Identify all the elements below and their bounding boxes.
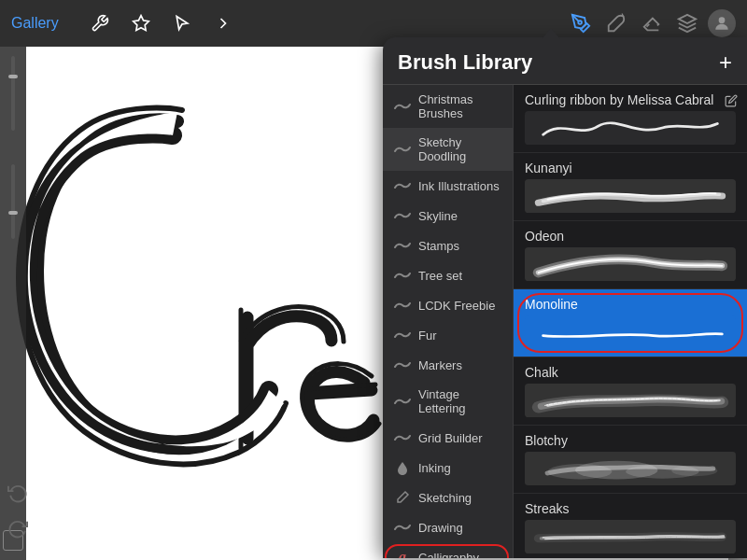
- category-icon: [392, 394, 413, 409]
- category-label: Fur: [418, 329, 437, 343]
- brush-name: Odeon: [525, 229, 736, 244]
- category-label: Vintage Lettering: [418, 387, 503, 415]
- category-icon: [392, 430, 413, 445]
- category-icon: [392, 99, 413, 114]
- brush-name: Streaks: [525, 501, 736, 516]
- category-list: Christmas BrushesSketchy DoodlingInk Ill…: [383, 85, 514, 558]
- category-item-ink-illustrations[interactable]: Ink Illustrations: [383, 171, 513, 201]
- brush-preview: [525, 384, 736, 417]
- svg-marker-0: [133, 16, 148, 31]
- pen-tool-icon[interactable]: [566, 8, 596, 38]
- eraser-tool-icon[interactable]: [637, 8, 667, 38]
- brush-item-chalk[interactable]: Chalk: [514, 357, 747, 426]
- brush-name: Curling ribbon by Melissa Cabral: [525, 92, 736, 107]
- category-icon: [392, 460, 413, 475]
- opacity-slider[interactable]: [11, 164, 15, 239]
- brush-preview: [525, 520, 736, 553]
- magic-icon[interactable]: [126, 8, 156, 38]
- svg-point-1: [578, 21, 582, 24]
- category-icon: a: [392, 550, 413, 558]
- lettering-art: .letter-stroke { fill: none; stroke: #1a…: [9, 47, 402, 523]
- add-brush-button[interactable]: +: [719, 51, 732, 74]
- brush-item-odeon[interactable]: Odeon: [514, 221, 747, 289]
- category-item-lcdk-freebie[interactable]: LCDK Freebie: [383, 290, 513, 320]
- svg-point-3: [719, 17, 726, 23]
- category-item-christmas-brushes[interactable]: Christmas Brushes: [383, 85, 513, 128]
- toolbar-right: [566, 8, 736, 38]
- category-label: Drawing: [418, 521, 463, 535]
- category-label: Skyline: [418, 209, 458, 223]
- brush-preview: [525, 315, 736, 349]
- wrench-icon[interactable]: [85, 8, 115, 38]
- brush-name: Monoline: [525, 297, 736, 312]
- panel-header: Brush Library +: [383, 37, 747, 85]
- gallery-button[interactable]: Gallery: [11, 15, 59, 32]
- category-icon: [392, 490, 413, 505]
- svg-rect-8: [525, 315, 736, 349]
- brush-preview: [525, 179, 736, 213]
- transform-icon[interactable]: [208, 8, 238, 38]
- brush-library-panel: Brush Library + Christmas BrushesSketchy…: [383, 37, 747, 558]
- brush-preview: [525, 111, 736, 145]
- category-label: Ink Illustrations: [418, 179, 500, 193]
- brush-preview: [525, 247, 736, 281]
- category-icon: [392, 238, 413, 253]
- category-item-vintage-lettering[interactable]: Vintage Lettering: [383, 380, 513, 423]
- brush-name: Chalk: [525, 365, 736, 380]
- category-item-markers[interactable]: Markers: [383, 350, 513, 380]
- category-item-drawing[interactable]: Drawing: [383, 512, 513, 542]
- category-item-sketching[interactable]: Sketching: [383, 483, 513, 512]
- edit-brush-icon[interactable]: [725, 94, 738, 110]
- category-item-sketchy-doodling[interactable]: Sketchy Doodling: [383, 128, 513, 171]
- brush-list: Curling ribbon by Melissa Cabral Kunanyi…: [514, 85, 747, 558]
- category-icon: [392, 520, 413, 535]
- category-item-stamps[interactable]: Stamps: [383, 231, 513, 260]
- category-icon: [392, 208, 413, 223]
- category-label: Calligraphy: [418, 551, 479, 559]
- panel-body: Christmas BrushesSketchy DoodlingInk Ill…: [383, 85, 747, 558]
- category-icon: [392, 298, 413, 313]
- undo-button[interactable]: [5, 480, 31, 506]
- category-icon: [392, 142, 413, 157]
- svg-marker-2: [679, 15, 696, 23]
- category-item-tree-set[interactable]: Tree set: [383, 260, 513, 290]
- brush-item-curling-ribbon-by-melissa-cabral[interactable]: Curling ribbon by Melissa Cabral: [514, 85, 747, 153]
- selection-icon[interactable]: [167, 8, 197, 38]
- category-label: Markers: [418, 358, 462, 372]
- category-label: Stamps: [418, 239, 459, 253]
- category-label: Sketching: [418, 491, 472, 505]
- category-label: Christmas Brushes: [418, 92, 503, 120]
- layers-icon[interactable]: [672, 8, 702, 38]
- brush-name: Blotchy: [525, 433, 736, 448]
- category-label: Sketchy Doodling: [418, 135, 503, 163]
- category-item-calligraphy[interactable]: aCalligraphy: [383, 542, 513, 558]
- brush-preview: [525, 452, 736, 485]
- category-label: Tree set: [418, 269, 462, 283]
- category-label: Grid Builder: [418, 431, 483, 445]
- brush-size-slider[interactable]: [11, 56, 15, 131]
- smudge-tool-icon[interactable]: [601, 8, 631, 38]
- brush-name: Kunanyi: [525, 161, 736, 175]
- brush-item-monoline[interactable]: Monoline: [514, 289, 747, 357]
- brush-item-streaks[interactable]: Streaks: [514, 494, 747, 558]
- category-item-fur[interactable]: Fur: [383, 320, 513, 350]
- bottom-controls: [5, 480, 31, 541]
- category-item-skyline[interactable]: Skyline: [383, 201, 513, 231]
- category-icon: [392, 268, 413, 283]
- category-item-inking[interactable]: Inking: [383, 453, 513, 483]
- avatar[interactable]: [708, 9, 736, 37]
- category-icon: [392, 178, 413, 193]
- category-icon: [392, 328, 413, 343]
- brush-item-kunanyi[interactable]: Kunanyi: [514, 153, 747, 221]
- category-icon: [392, 357, 413, 372]
- category-item-grid-builder[interactable]: Grid Builder: [383, 423, 513, 453]
- category-label: Inking: [418, 461, 451, 475]
- redo-button[interactable]: [5, 515, 31, 541]
- panel-title: Brush Library: [398, 50, 532, 75]
- brush-item-blotchy[interactable]: Blotchy: [514, 426, 747, 494]
- category-label: LCDK Freebie: [418, 299, 495, 313]
